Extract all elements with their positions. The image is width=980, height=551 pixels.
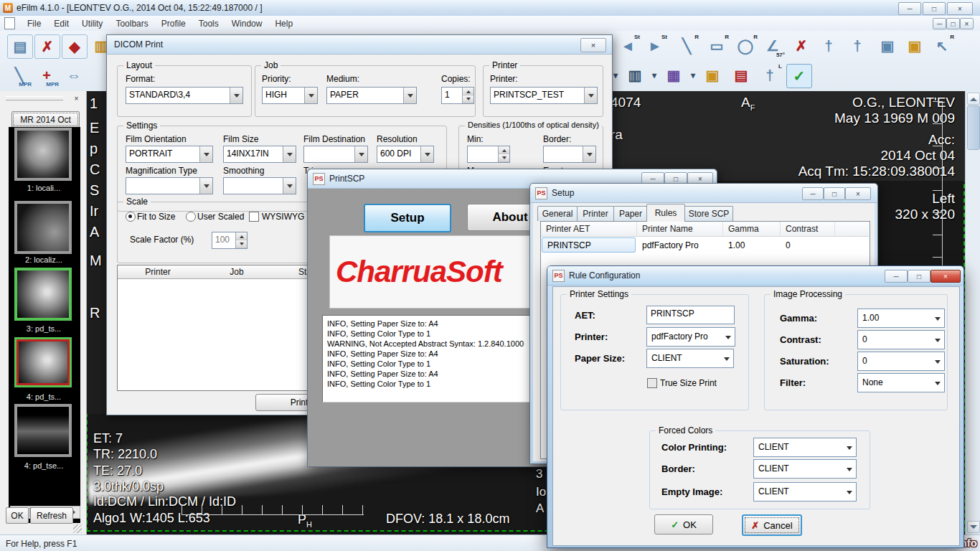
priority-combo[interactable]: HIGH xyxy=(262,87,318,104)
dropdown-3-icon[interactable]: ▾ xyxy=(687,64,699,87)
col-contrast[interactable]: Contrast xyxy=(781,222,835,237)
dropdown-arrow-icon[interactable] xyxy=(403,88,416,103)
setup-close-button[interactable]: × xyxy=(845,187,871,200)
mpr-orthogonal-icon[interactable]: +MPR xyxy=(34,64,59,87)
orientation-cube-icon[interactable]: ↖R xyxy=(930,34,954,57)
rule-config-restore-button[interactable]: □ xyxy=(908,270,930,283)
printer-combo[interactable]: PRINTSCP_TEST xyxy=(490,87,598,104)
ruler-measurement-icon[interactable]: ▭R xyxy=(705,34,729,57)
stack-scroll-lock-icon[interactable]: ▣ xyxy=(700,64,725,87)
col-printer-name[interactable]: Printer Name xyxy=(637,222,723,237)
aet-input[interactable]: PRINTSCP xyxy=(646,306,735,324)
dropdown-arrow-icon[interactable] xyxy=(283,178,296,194)
pane-resize-grip[interactable] xyxy=(73,524,82,533)
ok-button[interactable]: OK xyxy=(6,507,29,524)
rule-row-printer[interactable]: pdfFactory Pro xyxy=(637,237,723,253)
prev-series-icon[interactable]: ◄St xyxy=(616,34,640,57)
smoothing-combo[interactable] xyxy=(223,177,296,194)
ellipse-roi-icon[interactable]: ◯R xyxy=(733,34,758,57)
scout-lines-icon[interactable]: † xyxy=(816,34,841,57)
edit-annotations-icon[interactable]: ▤ xyxy=(729,64,753,87)
film-size-combo[interactable]: 14INX17IN xyxy=(223,146,296,163)
dropdown-arrow-icon[interactable] xyxy=(931,309,944,327)
setup-button[interactable]: Setup xyxy=(364,204,451,232)
patient-orientation-icon[interactable]: †L xyxy=(758,64,782,87)
setup-restore-button[interactable]: □ xyxy=(824,187,845,200)
rc-printer-combo[interactable]: pdfFactory Pro xyxy=(646,327,735,347)
accept-images-icon[interactable]: ✓ xyxy=(786,64,812,88)
line-measurement-icon[interactable]: ╲R xyxy=(674,34,699,57)
refresh-button[interactable]: Refresh xyxy=(30,507,73,524)
dropdown-arrow-icon[interactable] xyxy=(199,178,212,194)
color-printing-combo[interactable]: CLIENT xyxy=(753,438,857,457)
copies-spinner[interactable]: 1 xyxy=(441,87,474,104)
main-titlebar[interactable]: M eFilm 4.1.0 - [LEONT'EV O.G., 2014 Oct… xyxy=(0,0,980,17)
image-stack-icon[interactable]: ▣ xyxy=(875,34,900,57)
col-printer-aet[interactable]: Printer AET xyxy=(541,222,637,237)
dropdown-arrow-icon[interactable] xyxy=(583,146,595,162)
dropdown-arrow-icon[interactable] xyxy=(354,146,367,162)
scroll-down-button[interactable] xyxy=(967,521,980,533)
report-preview-icon[interactable]: ▤ xyxy=(7,34,33,59)
delete-study-icon[interactable]: ✗ xyxy=(34,34,60,59)
rule-row-aet[interactable]: PRINTSCP xyxy=(542,237,636,253)
thumbnail-3[interactable] xyxy=(14,268,72,321)
dropdown-arrow-icon[interactable] xyxy=(199,146,212,162)
film-destination-combo[interactable] xyxy=(303,146,368,163)
spin-down-icon[interactable] xyxy=(463,95,473,103)
delete-measurements-icon[interactable]: ✗ xyxy=(789,34,814,57)
user-scaled-radio[interactable] xyxy=(186,212,196,222)
dropdown-2-icon[interactable]: ▾ xyxy=(649,64,660,87)
menu-help[interactable]: Help xyxy=(268,17,299,30)
pan-image-icon[interactable]: ⇔ xyxy=(62,64,86,87)
tab-general[interactable]: General xyxy=(537,206,578,221)
dropdown-arrow-icon[interactable] xyxy=(584,88,597,103)
film-orientation-combo[interactable]: PORTRAIT xyxy=(126,146,213,163)
paper-size-combo[interactable]: CLIENT xyxy=(646,349,734,368)
scale-factor-spinner[interactable]: 100 xyxy=(212,232,248,249)
mpr-oblique-icon[interactable]: ╲MPR xyxy=(7,64,32,87)
spin-up-icon[interactable] xyxy=(236,232,247,240)
contrast-combo[interactable]: 0 xyxy=(857,330,945,349)
tab-store-scp[interactable]: Store SCP xyxy=(684,206,733,221)
dropdown-arrow-icon[interactable] xyxy=(283,146,296,162)
pending-jobs-icon[interactable]: ◆ xyxy=(62,34,88,59)
angle-measurement-icon[interactable]: ∠57° xyxy=(760,34,785,57)
dropdown-arrow-icon[interactable] xyxy=(720,349,733,367)
dropdown-arrow-icon[interactable] xyxy=(931,352,944,370)
queue-col-job[interactable]: Job xyxy=(198,265,276,279)
magnification-combo[interactable] xyxy=(126,177,213,194)
col-gamma[interactable]: Gamma xyxy=(723,222,781,237)
mdi-minimize-button[interactable]: ─ xyxy=(933,18,946,29)
tab-rules[interactable]: Rules xyxy=(646,204,685,222)
dropdown-arrow-icon[interactable] xyxy=(722,328,735,346)
gamma-combo[interactable]: 1.00 xyxy=(857,309,945,328)
dropdown-arrow-icon[interactable] xyxy=(304,88,317,103)
thumbnail-4[interactable] xyxy=(14,337,72,387)
thumbnail-1[interactable] xyxy=(14,128,72,181)
menu-profile[interactable]: Profile xyxy=(155,17,192,30)
dicom-print-close-button[interactable]: × xyxy=(580,38,606,52)
cross-reference-lines-icon[interactable]: † xyxy=(845,34,870,57)
setup-minimize-button[interactable]: ─ xyxy=(802,187,824,200)
dropdown-arrow-icon[interactable] xyxy=(931,374,944,392)
plugins-puzzle-icon[interactable]: ▦ xyxy=(661,64,686,87)
true-size-print-checkbox[interactable] xyxy=(647,378,657,388)
scroll-thumb[interactable] xyxy=(967,105,980,150)
rule-config-close-button[interactable]: × xyxy=(930,270,961,283)
resolution-combo[interactable]: 600 DPI xyxy=(377,146,434,163)
menu-file[interactable]: File xyxy=(21,17,47,30)
spin-down-icon[interactable] xyxy=(236,240,247,248)
medium-combo[interactable]: PAPER xyxy=(326,87,417,104)
series-group-button[interactable]: MR 2014 Oct xyxy=(11,111,80,128)
min-spinner[interactable] xyxy=(467,146,510,163)
tab-paper[interactable]: Paper xyxy=(613,206,648,221)
rule-row-gamma[interactable]: 1.00 xyxy=(723,237,781,253)
dropdown-arrow-icon[interactable] xyxy=(420,146,433,162)
menu-tools[interactable]: Tools xyxy=(192,17,225,30)
thumbnail-5[interactable] xyxy=(14,404,72,457)
window-minimize-button[interactable]: ─ xyxy=(898,2,921,15)
pane-grip[interactable] xyxy=(6,96,63,100)
mdi-document-icon[interactable] xyxy=(4,17,15,29)
wysiwyg-checkbox[interactable] xyxy=(249,212,259,222)
